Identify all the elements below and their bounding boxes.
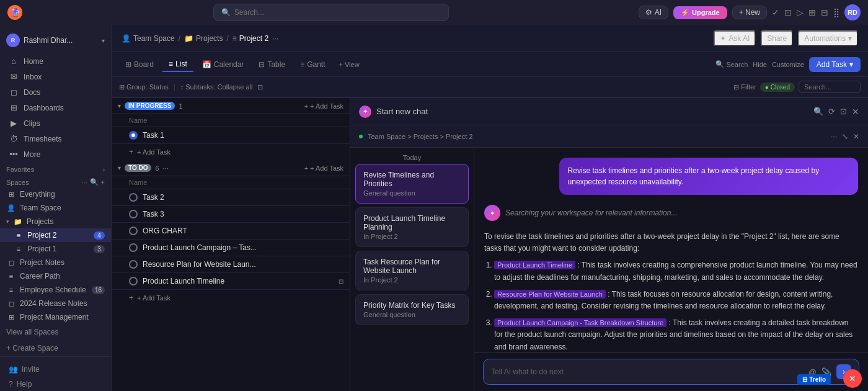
tab-gantt[interactable]: ≡ Gantt [294, 58, 331, 71]
ask-ai-button[interactable]: ✦ Ask AI [714, 30, 756, 47]
breadcrumb-projects[interactable]: 📁 Projects [184, 34, 223, 43]
filter-icon: ⊟ [733, 83, 739, 91]
sidebar-item-timesheets[interactable]: ⏱ Timesheets [0, 131, 111, 146]
sidebar-item-docs[interactable]: ◻ Docs [0, 84, 111, 100]
spaces-search-icon[interactable]: 🔍 [90, 178, 99, 186]
ai-chat-body: Revise task timelines and priorities aft… [474, 148, 868, 352]
more-options-icon[interactable]: ⊡ [257, 83, 263, 91]
projects-dots-icon[interactable]: ··· [95, 218, 100, 225]
group-status-option[interactable]: ⊞ Group: Status [119, 83, 169, 91]
breadcrumb-project2[interactable]: ≡ Project 2 [232, 34, 268, 43]
sidebar-item-project-notes[interactable]: ◻ Project Notes [0, 256, 111, 269]
tab-list[interactable]: ≡ List [162, 57, 193, 72]
team-space-add-icon[interactable]: + [101, 205, 105, 212]
sidebar-item-inbox[interactable]: ✉ Inbox [0, 69, 111, 84]
spaces-add-icon[interactable]: + [101, 179, 105, 186]
sidebar-item-clips[interactable]: ▶ Clips [0, 115, 111, 131]
task-row-product-launch-campaign[interactable]: Product Launch Campaign – Tas... [112, 240, 350, 256]
sidebar-item-everything[interactable]: ⊞ Everything [0, 187, 111, 201]
spaces-menu-icon[interactable]: ··· [81, 179, 87, 186]
breadcrumb-more-icon[interactable]: ··· [272, 34, 278, 43]
task-row-task1[interactable]: Task 1 [112, 127, 350, 144]
grid-icon[interactable]: ⊞ [808, 7, 816, 17]
search-input[interactable] [234, 8, 441, 17]
task-row-org-chart[interactable]: ORG CHART [112, 223, 350, 240]
sidebar-item-more[interactable]: ••• More [0, 146, 111, 162]
todo-add[interactable]: + + Add Task [304, 164, 343, 172]
upgrade-button[interactable]: ⚡ Upgrade [673, 6, 727, 19]
suggestion-0[interactable]: Revise Timelines and Priorities General … [355, 164, 469, 204]
in-progress-add[interactable]: + + Add Task [304, 102, 343, 110]
automations-button[interactable]: Automations ▾ [798, 30, 858, 47]
add-task-chevron-icon: ▾ [849, 60, 853, 69]
share-button[interactable]: Share [761, 30, 793, 47]
create-space[interactable]: + Create Space [0, 340, 111, 356]
new-button[interactable]: + New [732, 6, 767, 19]
ai-panel-close-icon[interactable]: ✕ [852, 107, 859, 117]
sidebar-item-release-notes[interactable]: ◻ 2024 Release Notes [0, 297, 111, 310]
inbox-icon: ✉ [9, 72, 19, 81]
task-row-product-launch-timeline[interactable]: Product Launch Timeline ⊡ [112, 273, 350, 290]
tab-calendar[interactable]: 📅 Calendar [196, 58, 250, 71]
team-space-dots-icon[interactable]: ··· [95, 205, 100, 212]
add-icon: + [304, 164, 308, 172]
home-icon: ⌂ [9, 56, 19, 66]
help-button[interactable]: ? Help [0, 377, 111, 391]
ai-chat-columns: Today Revise Timelines and Priorities Ge… [350, 148, 868, 391]
suggestion-3[interactable]: Priority Matrix for Key Tasks General qu… [355, 294, 469, 325]
sidebar-item-project2[interactable]: ≡ Project 2 4 [0, 228, 111, 242]
sidebar-item-projects[interactable]: ▾ 📁 Projects ··· + [0, 215, 111, 228]
global-search[interactable]: 🔍 [213, 4, 449, 21]
sidebar-item-project1[interactable]: ≡ Project 1 3 [0, 242, 111, 256]
breadcrumb-project-icon: ≡ [232, 34, 237, 43]
ai-panel-bookmark-icon[interactable]: ⊡ [840, 107, 847, 116]
sidebar-item-employee-schedule[interactable]: ≡ Employee Schedule 16 [0, 283, 111, 297]
filter-button[interactable]: ⊟ Filter [733, 83, 756, 91]
tab-board[interactable]: ⊞ Board [119, 58, 160, 71]
todo-add-row[interactable]: + + Add Task [112, 290, 350, 306]
tab-table[interactable]: ⊟ Table [252, 58, 291, 71]
ai-close-icon[interactable]: ✕ [853, 132, 859, 141]
favorites-section: Favorites › [0, 162, 111, 174]
clock-icon[interactable]: ▷ [797, 7, 804, 17]
todo-toggle[interactable]: ▾ [118, 164, 121, 171]
sidebar-user[interactable]: R Rashmi Dhar... ▾ [0, 30, 111, 51]
apps-icon[interactable]: ⣿ [833, 7, 839, 17]
ai-chat-input[interactable] [491, 367, 804, 376]
task-search-input[interactable] [799, 81, 861, 93]
task-row-task2[interactable]: Task 2 [112, 189, 350, 206]
settings-icon[interactable]: ⊟ [821, 7, 828, 17]
sidebar-item-project-management[interactable]: ⊞ Project Management [0, 310, 111, 324]
user-avatar[interactable]: RD [844, 4, 861, 20]
search-button[interactable]: 🔍 Search [715, 60, 748, 68]
checkmark-icon[interactable]: ✓ [772, 7, 779, 17]
closed-badge[interactable]: ● Closed [760, 83, 795, 92]
in-progress-toggle[interactable]: ▾ [118, 102, 121, 109]
subtasks-option[interactable]: ↕ Subtasks: Collapse all [180, 83, 253, 91]
suggestion-1[interactable]: Product Launch Timeline Planning In Proj… [355, 207, 469, 247]
sidebar-item-dashboards[interactable]: ⊞ Dashboards [0, 100, 111, 115]
task-row-task3[interactable]: Task 3 [112, 206, 350, 223]
customize-button[interactable]: Customize [772, 61, 804, 68]
hide-button[interactable]: Hide [753, 61, 767, 68]
ai-panel-search-icon[interactable]: 🔍 [813, 107, 823, 116]
ai-more-icon[interactable]: ··· [831, 132, 837, 141]
breadcrumb-team-space[interactable]: 👤 Team Space [122, 34, 175, 43]
in-progress-add-row[interactable]: + + Add Task [112, 144, 350, 160]
sidebar-item-career-path[interactable]: ≡ Career Path [0, 269, 111, 283]
invite-button[interactable]: 👥 Invite [0, 362, 111, 377]
todo-dots-icon[interactable]: ··· [163, 164, 169, 172]
sidebar-item-team-space[interactable]: 👤 Team Space ··· + [0, 201, 111, 215]
bookmark-icon[interactable]: ⊡ [784, 7, 792, 17]
sidebar-item-home[interactable]: ⌂ Home [0, 53, 111, 69]
ai-panel-refresh-icon[interactable]: ⟳ [828, 107, 835, 116]
close-badge-button[interactable]: ✕ [843, 369, 862, 388]
tab-add-view[interactable]: + View [334, 58, 365, 71]
task-row-resource-plan[interactable]: Resource Plan for Website Laun... [112, 256, 350, 273]
projects-add-icon[interactable]: + [101, 218, 105, 225]
view-all-spaces[interactable]: View all Spaces [0, 324, 111, 340]
ai-button[interactable]: ⚙ AI [639, 6, 668, 19]
ai-expand-icon[interactable]: ⤡ [842, 132, 848, 141]
suggestion-2[interactable]: Task Resource Plan for Website Launch In… [355, 251, 469, 290]
add-task-button[interactable]: Add Task ▾ [809, 57, 861, 72]
